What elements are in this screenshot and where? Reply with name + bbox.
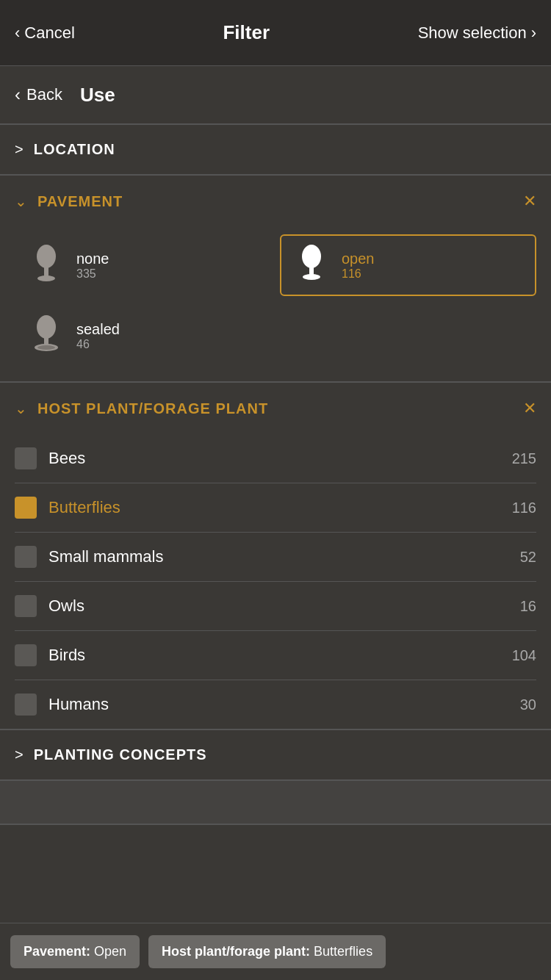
small-mammals-label: Small mammals [48,547,163,566]
humans-checkbox[interactable] [15,693,37,716]
planting-concepts-chevron-icon: > [15,746,24,763]
butterflies-label: Butterflies [48,498,120,517]
sub-header-title: Use [80,84,115,107]
filter-item-small-mammals[interactable]: Small mammals 52 [15,533,536,582]
none-option-text: none 335 [76,251,109,281]
humans-left: Humans [15,693,109,716]
location-title: LOCATION [34,141,115,158]
location-section: > LOCATION [0,125,551,176]
chevron-right-icon: › [531,24,536,43]
bees-checkbox[interactable] [15,447,37,469]
birds-checkbox[interactable] [15,644,37,666]
location-header-left: > LOCATION [15,141,115,158]
birds-count: 104 [512,647,536,664]
pavement-header-left: ⌄ PAVEMENT [15,192,123,210]
svg-point-6 [37,315,56,339]
sealed-plant-icon [26,314,66,358]
bottom-filter-bar: Pavement: Open Host plant/forage plant: … [0,923,551,980]
location-section-header[interactable]: > LOCATION [0,125,551,174]
planting-concepts-section-header[interactable]: > PLANTING CONCEPTS [0,730,551,779]
humans-label: Humans [48,695,109,714]
pavement-tag-val: Open [90,944,126,959]
pavement-options-grid: none 335 open 116 [0,227,551,381]
open-option-text: open 116 [342,251,375,281]
open-plant-icon [292,243,331,287]
butterflies-checkbox[interactable] [15,497,37,519]
butterflies-count: 116 [512,500,536,516]
none-count: 335 [76,267,109,281]
pavement-option-open[interactable]: open 116 [280,234,536,296]
none-plant-icon [26,243,66,287]
chevron-left-icon: ‹ [15,24,20,43]
pavement-chevron-icon: ⌄ [15,192,27,210]
bottom-spacer [0,825,551,884]
birds-left: Birds [15,644,85,666]
svg-point-9 [37,345,55,350]
host-plant-filter-tag[interactable]: Host plant/forage plant: Butterflies [148,935,386,968]
pavement-section: ⌄ PAVEMENT ✕ none 335 [0,176,551,383]
planting-concepts-section: > PLANTING CONCEPTS [0,730,551,781]
open-label: open [342,251,375,267]
back-button[interactable]: ‹ Back [15,84,62,105]
sealed-option-text: sealed 46 [76,321,120,351]
pavement-title: PAVEMENT [37,193,123,210]
birds-label: Birds [48,646,85,665]
small-mammals-checkbox[interactable] [15,546,37,568]
owls-count: 16 [520,598,536,615]
pavement-section-header[interactable]: ⌄ PAVEMENT ✕ [0,176,551,227]
sealed-label: sealed [76,321,120,338]
filter-item-butterflies[interactable]: Butterflies 116 [15,483,536,533]
host-plant-header-left: ⌄ HOST PLANT/FORAGE PLANT [15,400,268,417]
show-selection-button[interactable]: Show selection › [418,24,536,43]
cancel-button[interactable]: ‹ Cancel [15,24,75,43]
bees-left: Bees [15,447,85,469]
top-header: ‹ Cancel Filter Show selection › [0,0,551,66]
none-label: none [76,251,109,267]
host-plant-filter-list: Bees 215 Butterflies 116 Small mammals 5… [0,434,551,729]
pavement-tag-key: Pavement: [24,944,90,959]
owls-left: Owls [15,595,84,617]
filter-item-humans[interactable]: Humans 30 [15,680,536,729]
bees-label: Bees [48,449,85,468]
sub-header: ‹ Back Use [0,66,551,125]
sealed-count: 46 [76,338,120,351]
bees-count: 215 [512,450,536,467]
owls-label: Owls [48,597,84,616]
filter-item-bees[interactable]: Bees 215 [15,434,536,483]
host-plant-close-icon[interactable]: ✕ [523,399,536,418]
open-count: 116 [342,267,375,281]
svg-point-0 [37,245,56,268]
small-mammals-left: Small mammals [15,546,163,568]
location-chevron-icon: > [15,141,24,158]
host-plant-tag-val: Butterflies [310,944,372,959]
planting-concepts-header-left: > PLANTING CONCEPTS [15,746,207,763]
host-plant-section: ⌄ HOST PLANT/FORAGE PLANT ✕ Bees 215 But… [0,383,551,730]
butterflies-left: Butterflies [15,497,120,519]
host-plant-section-header[interactable]: ⌄ HOST PLANT/FORAGE PLANT ✕ [0,383,551,434]
small-mammals-count: 52 [520,549,536,566]
host-plant-tag-key: Host plant/forage plant: [162,944,310,959]
chevron-left-back-icon: ‹ [15,84,21,105]
svg-point-3 [302,245,321,268]
owls-checkbox[interactable] [15,595,37,617]
show-selection-label: Show selection [418,24,527,43]
filter-item-owls[interactable]: Owls 16 [15,582,536,631]
host-plant-chevron-icon: ⌄ [15,400,27,417]
pavement-filter-tag[interactable]: Pavement: Open [10,935,140,968]
back-label: Back [26,85,62,104]
gray-region [0,781,551,825]
planting-concepts-title: PLANTING CONCEPTS [34,746,207,763]
pavement-option-sealed[interactable]: sealed 46 [15,305,271,367]
cancel-label: Cancel [24,24,74,43]
svg-point-5 [303,274,320,280]
pavement-option-none[interactable]: none 335 [15,234,271,296]
pavement-close-icon[interactable]: ✕ [523,192,536,211]
header-title: Filter [223,21,270,44]
svg-point-2 [37,275,55,281]
host-plant-title: HOST PLANT/FORAGE PLANT [37,400,268,417]
humans-count: 30 [520,696,536,713]
svg-rect-1 [44,267,48,277]
filter-item-birds[interactable]: Birds 104 [15,631,536,680]
